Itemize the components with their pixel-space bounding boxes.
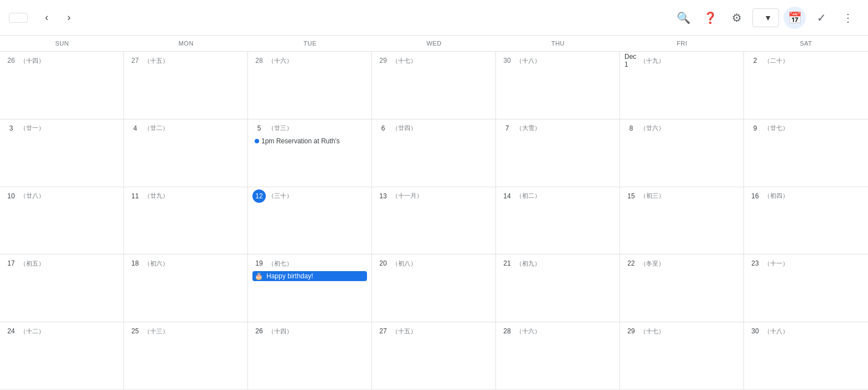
calendar-cell[interactable]: 26（十四） <box>248 322 372 390</box>
search-icon: 🔍 <box>677 11 691 24</box>
date-line: 3（廿一） <box>4 122 119 135</box>
calendar-cell[interactable]: 21（初九） <box>496 254 620 322</box>
next-button[interactable]: › <box>59 8 79 28</box>
nav-buttons: ‹ › <box>37 8 79 28</box>
calendar-cell[interactable]: 27（十五） <box>372 322 496 390</box>
calendar-cell[interactable]: 26（十四） <box>0 52 124 119</box>
date-lunar: （廿四） <box>392 124 416 132</box>
date-line: 27（十五） <box>376 324 491 338</box>
date-line: 17（初五） <box>4 257 119 270</box>
calendar-cell[interactable]: 9（廿七） <box>744 119 868 187</box>
today-button[interactable] <box>9 13 28 23</box>
calendar-cell[interactable]: 27（十五） <box>124 52 248 119</box>
date-line: 22（冬至） <box>624 257 739 270</box>
calendar-cell[interactable]: 14（初二） <box>496 187 620 255</box>
calendar-cell[interactable]: 19（初七）🎂 Happy birthday! <box>248 254 372 322</box>
date-line: 18（初六） <box>128 257 243 270</box>
calendar-cell[interactable]: 18（初六） <box>124 254 248 322</box>
date-line: 26（十四） <box>252 324 367 338</box>
title-block <box>88 17 663 18</box>
date-lunar: （初三） <box>640 192 664 200</box>
date-number: 17 <box>4 257 18 270</box>
calendar-cell[interactable]: 28（十六） <box>496 322 620 390</box>
calendar-cell[interactable]: 11（廿九） <box>124 187 248 255</box>
calendar-cell[interactable]: 29（十七） <box>620 322 744 390</box>
calendar-cell[interactable]: 13（十一月） <box>372 187 496 255</box>
date-number: 7 <box>500 122 514 135</box>
calendar-cell[interactable]: 2（二十） <box>744 52 868 119</box>
calendar-event[interactable]: 1pm Reservation at Ruth's <box>252 136 367 146</box>
date-line: 27（十五） <box>128 54 243 67</box>
date-lunar: （十七） <box>640 327 664 336</box>
date-lunar: （十一月） <box>392 192 423 200</box>
calendar-cell[interactable]: Dec 1（十九） <box>620 52 744 119</box>
date-number: 2 <box>748 54 762 67</box>
calendar-view-button[interactable]: 📅 <box>783 7 806 29</box>
date-line: 25（十三） <box>128 324 243 338</box>
calendar-cell[interactable]: 16（初四） <box>744 187 868 255</box>
calendar-cell[interactable]: 22（冬至） <box>620 254 744 322</box>
apps-button[interactable]: ⋮ <box>837 7 859 29</box>
calendar-cell[interactable]: 29（十七） <box>372 52 496 119</box>
calendar-cell[interactable]: 6（廿四） <box>372 119 496 187</box>
event-label: 1pm Reservation at Ruth's <box>261 137 340 145</box>
calendar-cell[interactable]: 17（初五） <box>0 254 124 322</box>
date-line: 21（初九） <box>500 257 615 270</box>
calendar-icon: 📅 <box>788 11 802 24</box>
date-lunar: （廿六） <box>640 124 664 132</box>
date-line: 23（十一） <box>748 257 864 270</box>
date-lunar: （廿七） <box>764 124 788 132</box>
search-button[interactable]: 🔍 <box>672 7 695 29</box>
date-lunar: （初六） <box>144 259 168 268</box>
date-line: 13（十一月） <box>376 189 491 203</box>
calendar-cell[interactable]: 30（十八） <box>744 322 868 390</box>
calendar-cell[interactable]: 20（初八） <box>372 254 496 322</box>
calendar-cell[interactable]: 25（十三） <box>124 322 248 390</box>
calendar-cell[interactable]: 8（廿六） <box>620 119 744 187</box>
date-lunar: （十六） <box>516 327 540 336</box>
calendar-cell[interactable]: 3（廿一） <box>0 119 124 187</box>
date-line: 12（三十） <box>252 189 367 203</box>
date-lunar: （初七） <box>268 259 292 268</box>
tasks-view-button[interactable]: ✓ <box>810 7 832 29</box>
date-line: 6（廿四） <box>376 122 491 135</box>
help-button[interactable]: ❓ <box>699 7 721 29</box>
calendar-cell[interactable]: 5（廿三）1pm Reservation at Ruth's <box>248 119 372 187</box>
gear-icon: ⚙ <box>732 11 742 24</box>
date-line: 7（大雪） <box>500 122 615 135</box>
calendar-event-filled[interactable]: 🎂 Happy birthday! <box>252 271 367 281</box>
calendar-cell[interactable]: 7（大雪） <box>496 119 620 187</box>
date-lunar: （廿九） <box>144 192 168 200</box>
calendar-cell[interactable]: 23（十一） <box>744 254 868 322</box>
day-header-sat: SAT <box>744 36 868 51</box>
calendar-cell[interactable]: 24（十二） <box>0 322 124 390</box>
date-lunar: （大雪） <box>516 124 540 132</box>
calendar-cell[interactable]: 4（廿二） <box>124 119 248 187</box>
day-headers: SUNMONTUEWEDTHUFRISAT <box>0 36 868 52</box>
date-line: 28（十六） <box>252 54 367 67</box>
date-line: 14（初二） <box>500 189 615 203</box>
event-label: Happy birthday! <box>266 272 313 280</box>
date-lunar: （十八） <box>516 57 540 65</box>
calendar-cell[interactable]: 12（三十） <box>248 187 372 255</box>
date-line: 11（廿九） <box>128 189 243 203</box>
day-header-wed: WED <box>372 36 496 51</box>
date-lunar: （初五） <box>20 259 44 268</box>
day-header-thu: THU <box>496 36 620 51</box>
date-number: 21 <box>500 257 514 270</box>
date-number: 29 <box>624 324 638 338</box>
date-number: 30 <box>748 324 762 338</box>
date-number: 26 <box>4 54 18 67</box>
date-line: 9（廿七） <box>748 122 864 135</box>
date-line: 16（初四） <box>748 189 864 203</box>
calendar-cell[interactable]: 28（十六） <box>248 52 372 119</box>
date-line: 19（初七） <box>252 257 367 270</box>
settings-button[interactable]: ⚙ <box>726 7 748 29</box>
calendar-cell[interactable]: 15（初三） <box>620 187 744 255</box>
month-selector-button[interactable]: ▼ <box>752 8 779 27</box>
date-number: 22 <box>624 257 638 270</box>
calendar-cell[interactable]: 30（十八） <box>496 52 620 119</box>
calendar-cell[interactable]: 10（廿八） <box>0 187 124 255</box>
date-line: 20（初八） <box>376 257 491 270</box>
prev-button[interactable]: ‹ <box>37 8 57 28</box>
